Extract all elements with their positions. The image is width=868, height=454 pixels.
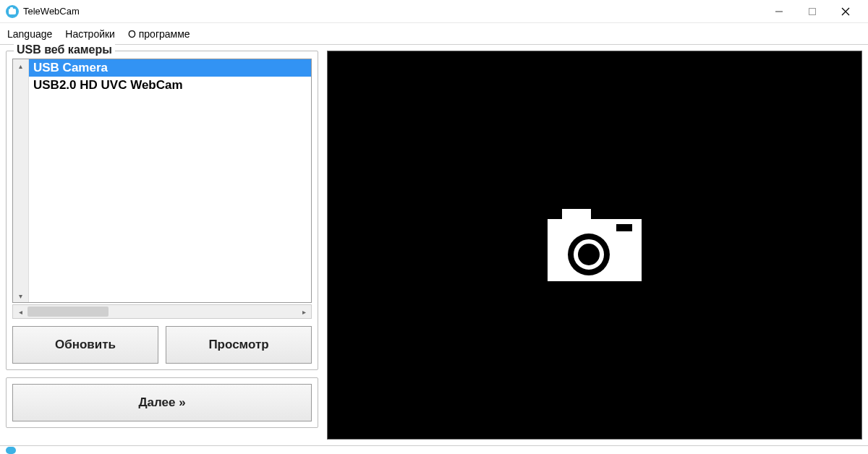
svg-rect-1 xyxy=(809,8,816,14)
scroll-up-icon[interactable]: ▴ xyxy=(13,59,28,72)
vertical-scrollbar[interactable]: ▴ ▾ xyxy=(13,59,29,302)
content-area: USB веб камеры ▴ ▾ USB CameraUSB2.0 HD U… xyxy=(0,45,868,445)
status-indicator-icon xyxy=(6,447,16,454)
camera-placeholder-icon xyxy=(548,209,642,281)
statusbar xyxy=(0,445,868,454)
horizontal-scrollbar[interactable]: ◂ ▸ xyxy=(12,304,312,319)
close-button[interactable] xyxy=(829,0,862,23)
scroll-left-icon[interactable]: ◂ xyxy=(13,305,27,318)
window-controls xyxy=(762,0,862,23)
maximize-button[interactable] xyxy=(796,0,829,23)
refresh-button[interactable]: Обновить xyxy=(12,326,158,364)
app-icon xyxy=(6,5,19,18)
camera-list-item[interactable]: USB Camera xyxy=(29,59,311,77)
scroll-track[interactable] xyxy=(27,305,297,318)
camera-list-item[interactable]: USB2.0 HD UVC WebCam xyxy=(29,77,311,94)
preview-button[interactable]: Просмотр xyxy=(166,326,312,364)
camera-groupbox: USB веб камеры ▴ ▾ USB CameraUSB2.0 HD U… xyxy=(6,51,318,370)
camera-list[interactable]: USB CameraUSB2.0 HD UVC WebCam xyxy=(29,59,311,302)
scroll-down-icon[interactable]: ▾ xyxy=(13,289,28,302)
button-row: Обновить Просмотр xyxy=(12,326,312,364)
scroll-right-icon[interactable]: ▸ xyxy=(297,305,311,318)
left-panel: USB веб камеры ▴ ▾ USB CameraUSB2.0 HD U… xyxy=(6,51,318,440)
camera-list-wrap: ▴ ▾ USB CameraUSB2.0 HD UVC WebCam ◂ ▸ xyxy=(12,59,312,319)
minimize-button[interactable] xyxy=(762,0,796,23)
scroll-thumb[interactable] xyxy=(27,307,109,317)
titlebar: TeleWebCam xyxy=(0,0,868,23)
next-wrap: Далее » xyxy=(6,377,318,428)
menu-about[interactable]: О программе xyxy=(128,28,190,40)
groupbox-title: USB веб камеры xyxy=(14,43,115,56)
menubar: Language Настройки О программе xyxy=(0,23,868,45)
menu-language[interactable]: Language xyxy=(7,28,52,40)
menu-settings[interactable]: Настройки xyxy=(65,28,115,40)
app-title: TeleWebCam xyxy=(23,6,80,17)
preview-panel xyxy=(327,51,862,440)
next-button[interactable]: Далее » xyxy=(12,384,312,421)
